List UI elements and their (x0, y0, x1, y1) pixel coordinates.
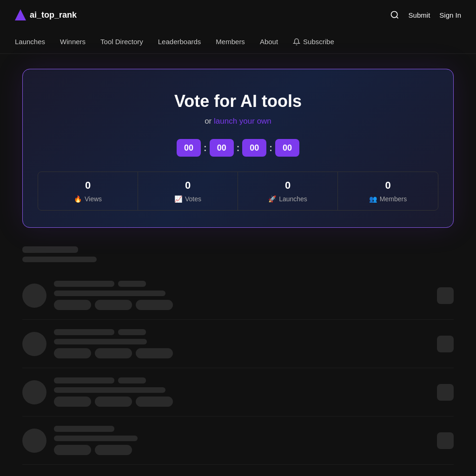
list-item (22, 368, 454, 416)
content-section (0, 239, 476, 472)
timer-colon-1: : (203, 143, 208, 153)
stat-members-value: 0 (385, 179, 390, 192)
stat-launches: 0 🚀 Launches (238, 172, 338, 210)
stat-members-label: Members (380, 195, 407, 203)
avatar (22, 284, 46, 308)
skeleton-header-subtitle (22, 257, 97, 262)
stat-votes-label: Votes (185, 195, 201, 203)
topbar: ai_top_rank Submit Sign In (0, 0, 476, 30)
hero-card: Vote for AI tools or launch your own 00 … (22, 69, 454, 228)
item-action[interactable] (437, 432, 454, 449)
timer-seconds: 00 (242, 139, 266, 157)
logo-text: ai_top_rank (30, 10, 77, 20)
nav-item-tool-directory[interactable]: Tool Directory (100, 38, 143, 46)
svg-point-0 (391, 12, 397, 18)
stat-members: 0 👥 Members (338, 172, 438, 210)
stat-votes: 0 📈 Votes (138, 172, 238, 210)
list-header (22, 246, 454, 262)
avatar (22, 429, 46, 453)
nav-item-about[interactable]: About (260, 38, 278, 46)
item-action[interactable] (437, 384, 454, 401)
avatar (22, 380, 46, 404)
hero-section: Vote for AI tools or launch your own 00 … (0, 54, 476, 239)
hero-title: Vote for AI tools (38, 92, 438, 111)
topbar-right: Submit Sign In (390, 10, 461, 20)
item-action[interactable] (437, 336, 454, 352)
trend-icon: 📈 (174, 195, 182, 203)
stat-launches-label: Launches (279, 195, 307, 203)
stat-views-label: Views (85, 195, 102, 203)
subscribe-label: Subscribe (303, 38, 334, 46)
timer-hours: 00 (177, 139, 201, 157)
hero-subtitle-prefix: or (205, 117, 212, 126)
item-content (54, 426, 430, 455)
stats-row: 0 🔥 Views 0 📈 Votes 0 🚀 Launches (38, 172, 438, 211)
timer-row: 00 : 00 : 00 : 00 (38, 139, 438, 157)
timer-ms: 00 (275, 139, 299, 157)
item-action[interactable] (437, 287, 454, 304)
launch-icon: 🚀 (268, 195, 276, 203)
stat-views-value: 0 (85, 179, 91, 192)
logo[interactable]: ai_top_rank (15, 9, 77, 20)
stat-votes-value: 0 (185, 179, 191, 192)
submit-button[interactable]: Submit (409, 11, 430, 19)
search-button[interactable] (390, 10, 399, 20)
nav-item-members[interactable]: Members (216, 38, 245, 46)
nav-item-subscribe[interactable]: Subscribe (293, 38, 334, 46)
navbar: Launches Winners Tool Directory Leaderbo… (0, 30, 476, 54)
signin-button[interactable]: Sign In (439, 11, 461, 19)
members-icon: 👥 (369, 195, 377, 203)
hero-subtitle: or launch your own (38, 117, 438, 126)
item-content (54, 377, 430, 407)
avatar (22, 332, 46, 356)
nav-item-leaderboards[interactable]: Leaderboards (158, 38, 201, 46)
logo-icon (15, 9, 26, 20)
list-item (22, 320, 454, 368)
stat-launches-value: 0 (285, 179, 291, 192)
stat-views: 0 🔥 Views (38, 172, 138, 210)
timer-minutes: 00 (210, 139, 234, 157)
item-content (54, 281, 430, 310)
list-item (22, 416, 454, 465)
timer-colon-3: : (268, 143, 273, 153)
fire-icon: 🔥 (74, 195, 82, 203)
timer-colon-2: : (236, 143, 241, 153)
list-item (22, 271, 454, 320)
hero-subtitle-link[interactable]: launch your own (214, 117, 271, 126)
item-content (54, 329, 430, 358)
nav-item-launches[interactable]: Launches (15, 38, 45, 46)
nav-item-winners[interactable]: Winners (60, 38, 86, 46)
skeleton-header-title (22, 246, 78, 253)
